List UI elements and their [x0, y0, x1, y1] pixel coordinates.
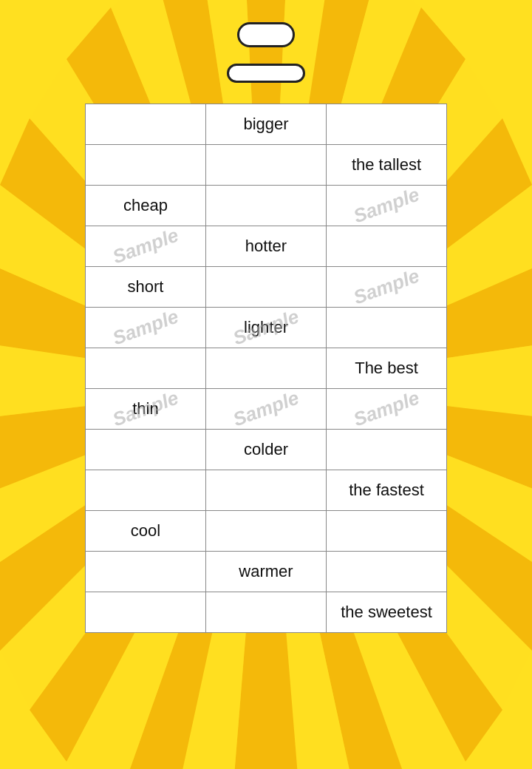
table-cell: bigger [206, 104, 327, 145]
table-cell: Sample [86, 308, 206, 348]
cell-text: bigger [243, 115, 288, 133]
table-cell: cool [86, 511, 206, 552]
table-cell [206, 592, 327, 633]
table-cell [86, 430, 206, 470]
table-cell [86, 552, 206, 592]
table-cell [327, 511, 447, 552]
table-cell: Sample [327, 389, 447, 430]
table-cell: hotter [206, 226, 327, 267]
cell-text: cheap [123, 196, 168, 214]
cell-text: hotter [245, 237, 287, 255]
table-cell [86, 348, 206, 389]
table-cell [206, 470, 327, 511]
cell-text: short [128, 277, 164, 296]
subtitle-box [227, 64, 305, 83]
table-cell: warmer [206, 552, 327, 592]
table-cell: The best [327, 348, 447, 389]
adjectives-table: biggerthe tallestcheapSampleSamplehotter… [85, 104, 447, 633]
cell-text: thin [132, 399, 158, 418]
table-cell: Samplelighter [206, 308, 327, 348]
table-cell: Sample [206, 389, 327, 430]
table-cell [206, 267, 327, 308]
table-cell: Sample [86, 226, 206, 267]
table-cell: short [86, 267, 206, 308]
cell-text: The best [355, 359, 418, 377]
table-cell [327, 226, 447, 267]
cell-text: colder [244, 440, 288, 458]
table-cell [206, 511, 327, 552]
title-box [237, 22, 295, 47]
cell-text: the sweetest [341, 603, 432, 621]
table-cell: the tallest [327, 145, 447, 186]
cell-text: cool [131, 521, 160, 540]
table-cell [86, 104, 206, 145]
table-cell [327, 104, 447, 145]
table-cell [206, 348, 327, 389]
table-cell [206, 145, 327, 186]
table-cell: cheap [86, 186, 206, 226]
table-cell [327, 552, 447, 592]
table-cell: Sample [327, 267, 447, 308]
cell-text: warmer [239, 562, 293, 580]
table-cell: Sample [327, 186, 447, 226]
table-cell [327, 430, 447, 470]
table-cell [86, 592, 206, 633]
cell-text: the tallest [352, 155, 421, 174]
table-cell: the sweetest [327, 592, 447, 633]
cell-text: the fastest [349, 481, 424, 499]
table-cell: Samplethin [86, 389, 206, 430]
table-cell [86, 145, 206, 186]
table-cell [206, 186, 327, 226]
table-cell [327, 308, 447, 348]
cell-text: lighter [244, 318, 288, 336]
table-cell [86, 470, 206, 511]
table-cell: the fastest [327, 470, 447, 511]
table-cell: colder [206, 430, 327, 470]
